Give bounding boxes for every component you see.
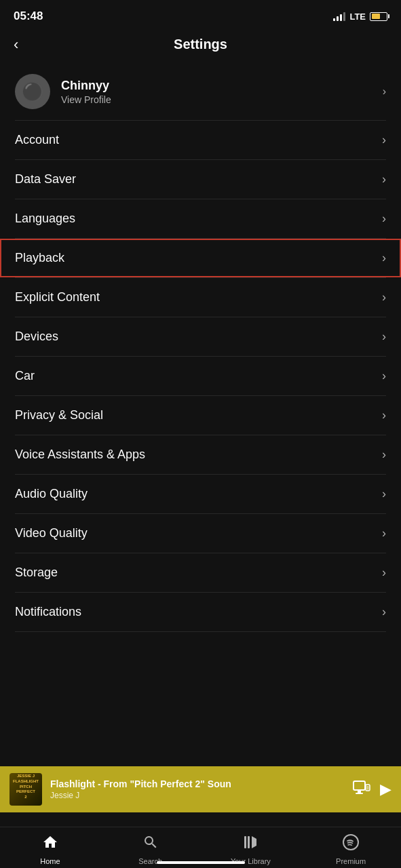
back-button[interactable]: ‹ [14,36,18,54]
svg-rect-1 [358,790,361,793]
chevron-icon-audioQuality: › [382,487,386,501]
chevron-icon-storage: › [382,566,386,580]
settings-item-languages[interactable]: Languages› [0,199,401,238]
nav-home[interactable]: Home [30,834,71,865]
chevron-icon-notifications: › [382,605,386,619]
settings-content: ⚫ Chinnyy View Profile › Account›Data Sa… [0,63,401,734]
settings-list: Account›Data Saver›Languages›Playback›Ex… [0,121,401,632]
settings-item-privacySocial[interactable]: Privacy & Social› [0,396,401,435]
settings-item-videoQuality[interactable]: Video Quality› [0,514,401,553]
profile-info: Chinnyy View Profile [61,79,383,105]
settings-label-storage: Storage [15,566,58,580]
chevron-icon-languages: › [382,212,386,226]
svg-rect-4 [367,786,369,790]
home-icon [42,834,58,854]
settings-label-languages: Languages [15,212,75,226]
status-bar: 05:48 LTE [0,0,401,30]
settings-label-audioQuality: Audio Quality [15,487,88,501]
settings-item-car[interactable]: Car› [0,357,401,395]
settings-label-voiceAssistants: Voice Assistants & Apps [15,448,145,462]
profile-chevron-icon: › [383,85,386,98]
chevron-icon-voiceAssistants: › [382,448,386,462]
svg-rect-5 [244,836,246,848]
chevron-icon-playback: › [382,251,386,265]
album-art-inner: JESSIE J FLASHLIGHT PITCH PERFECT 2 [9,773,42,806]
profile-name: Chinnyy [61,79,383,93]
svg-rect-2 [356,793,363,794]
device-connect-icon[interactable] [353,781,370,799]
now-playing-info: Flashlight - From "Pitch Perfect 2" Soun… [50,778,345,800]
settings-item-account[interactable]: Account› [0,121,401,159]
settings-label-privacySocial: Privacy & Social [15,408,103,422]
settings-label-videoQuality: Video Quality [15,526,88,540]
chevron-icon-dataSaver: › [382,172,386,186]
search-icon [142,834,159,854]
chevron-icon-car: › [382,369,386,383]
settings-label-devices: Devices [15,330,58,344]
chevron-icon-explicitContent: › [382,290,386,304]
now-playing-artist: Jessie J [50,791,345,800]
settings-label-explicitContent: Explicit Content [15,290,100,304]
settings-item-dataSaver[interactable]: Data Saver› [0,160,401,199]
home-label: Home [40,857,60,865]
chevron-icon-privacySocial: › [382,408,386,422]
settings-item-explicitContent[interactable]: Explicit Content› [0,278,401,317]
svg-rect-0 [354,781,365,790]
play-button[interactable]: ▶ [380,781,392,798]
settings-label-dataSaver: Data Saver [15,172,76,186]
chevron-icon-videoQuality: › [382,526,386,540]
svg-rect-6 [248,836,250,848]
settings-item-storage[interactable]: Storage› [0,553,401,592]
nav-premium[interactable]: Premium [330,834,371,865]
status-icons: LTE [333,12,387,22]
settings-item-audioQuality[interactable]: Audio Quality› [0,475,401,513]
lte-label: LTE [349,12,366,22]
battery-icon [370,12,387,21]
header: ‹ Settings [0,30,401,63]
status-time: 05:48 [14,9,43,23]
now-playing-controls: ▶ [353,781,392,799]
spotify-icon [343,834,359,854]
premium-label: Premium [336,857,366,865]
album-art: JESSIE J FLASHLIGHT PITCH PERFECT 2 [9,773,42,806]
now-playing-title: Flashlight - From "Pitch Perfect 2" Soun [50,778,345,789]
settings-item-voiceAssistants[interactable]: Voice Assistants & Apps› [0,435,401,474]
page-title: Settings [174,37,227,52]
settings-label-notifications: Notifications [15,605,81,619]
home-indicator [157,861,245,864]
settings-label-playback: Playback [15,251,64,265]
profile-row[interactable]: ⚫ Chinnyy View Profile › [0,63,401,120]
library-icon [242,834,259,854]
chevron-icon-devices: › [382,330,386,344]
avatar: ⚫ [15,74,50,109]
user-icon: ⚫ [22,81,43,102]
view-profile-label: View Profile [61,94,383,105]
now-playing-bar[interactable]: JESSIE J FLASHLIGHT PITCH PERFECT 2 Flas… [0,766,401,812]
settings-item-playback[interactable]: Playback› [0,239,401,277]
signal-icon [333,12,345,21]
settings-item-devices[interactable]: Devices› [0,317,401,356]
chevron-icon-account: › [382,133,386,147]
divider [15,631,386,632]
settings-item-notifications[interactable]: Notifications› [0,593,401,631]
settings-label-car: Car [15,369,35,383]
settings-label-account: Account [15,133,59,147]
